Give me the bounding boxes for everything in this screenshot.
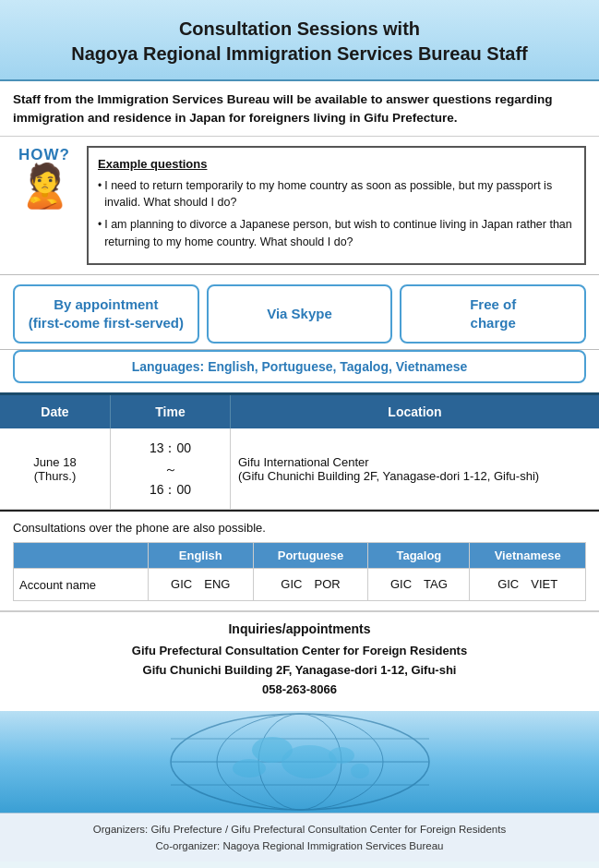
skype-header-vietnamese: Vietnamese — [470, 543, 586, 569]
skype-row-portuguese: GIC POR — [253, 569, 368, 601]
skype-row-tagalog: GIC TAG — [368, 569, 470, 601]
example-item-1: • I need to return temporarily to my hom… — [98, 177, 575, 212]
how-figure: 🙎 — [18, 164, 71, 207]
skype-header-empty — [14, 543, 149, 569]
example-box: Example questions • I need to return tem… — [87, 146, 586, 265]
subtitle-text: Staff from the Immigration Services Bure… — [13, 90, 586, 127]
svg-point-7 — [282, 745, 337, 778]
table-cell-date: June 18(Thurs.) — [0, 428, 111, 509]
feature-row: By appointment(first-come first-served) … — [0, 275, 599, 351]
languages-row: Languages: English, Portuguese, Tagalog,… — [0, 350, 599, 392]
bullet-icon: • — [98, 216, 102, 233]
inquiries-org: Gifu Prefectural Consultation Center for… — [13, 642, 586, 699]
skype-row-vietnamese: GIC VIET — [470, 569, 586, 601]
skype-row-label: Account name — [14, 569, 149, 601]
table-cell-time: 13：00 ～ 16：00 — [111, 428, 231, 509]
svg-point-9 — [329, 747, 354, 764]
skype-table: English Portuguese Tagalog Vietnamese Ac… — [13, 542, 586, 601]
footer-section: Organizers: Gifu Prefecture / Gifu Prefe… — [0, 813, 599, 862]
feature-appointment: By appointment(first-come first-served) — [13, 284, 199, 344]
inquiries-title: Inquiries/appointments — [13, 621, 586, 636]
skype-header-portuguese: Portuguese — [253, 543, 368, 569]
example-item-2: • I am planning to divorce a Japanese pe… — [98, 216, 575, 251]
table-header-date: Date — [0, 395, 111, 428]
header-title: Consultation Sessions with Nagoya Region… — [18, 17, 581, 66]
table-row: June 18(Thurs.) 13：00 ～ 16：00 Gifu Inter… — [0, 428, 599, 510]
table-header-time: Time — [111, 395, 231, 428]
phone-note: Consultations over the phone are also po… — [13, 521, 586, 535]
example-box-title: Example questions — [98, 155, 575, 174]
skype-row-english: GIC ENG — [148, 569, 253, 601]
table-cell-location: Gifu International Center(Gifu Chunichi … — [231, 428, 599, 509]
table-header-location: Location — [231, 395, 599, 428]
skype-header-tagalog: Tagalog — [368, 543, 470, 569]
header-section: Consultation Sessions with Nagoya Region… — [0, 0, 599, 81]
bullet-icon: • — [98, 177, 102, 194]
inquiries-section: Inquiries/appointments Gifu Prefectural … — [0, 611, 599, 710]
skype-header-english: English — [148, 543, 253, 569]
table-header: Date Time Location — [0, 395, 599, 428]
footer-text: Organizers: Gifu Prefecture / Gifu Prefe… — [13, 821, 586, 855]
languages-box: Languages: English, Portuguese, Tagalog,… — [13, 350, 586, 383]
feature-free: Free ofcharge — [400, 284, 586, 344]
globe-icon — [162, 711, 438, 813]
globe-section — [0, 711, 599, 813]
feature-skype: Via Skype — [207, 284, 393, 344]
table-row: Account name GIC ENG GIC POR GIC TAG GIC… — [14, 569, 586, 601]
subtitle-section: Staff from the Immigration Services Bure… — [0, 81, 599, 137]
phone-section: Consultations over the phone are also po… — [0, 510, 599, 611]
how-section: HOW? 🙎 Example questions • I need to ret… — [0, 137, 599, 275]
svg-point-8 — [233, 759, 266, 778]
how-icon: HOW? 🙎 — [13, 146, 76, 207]
svg-point-10 — [351, 764, 369, 778]
